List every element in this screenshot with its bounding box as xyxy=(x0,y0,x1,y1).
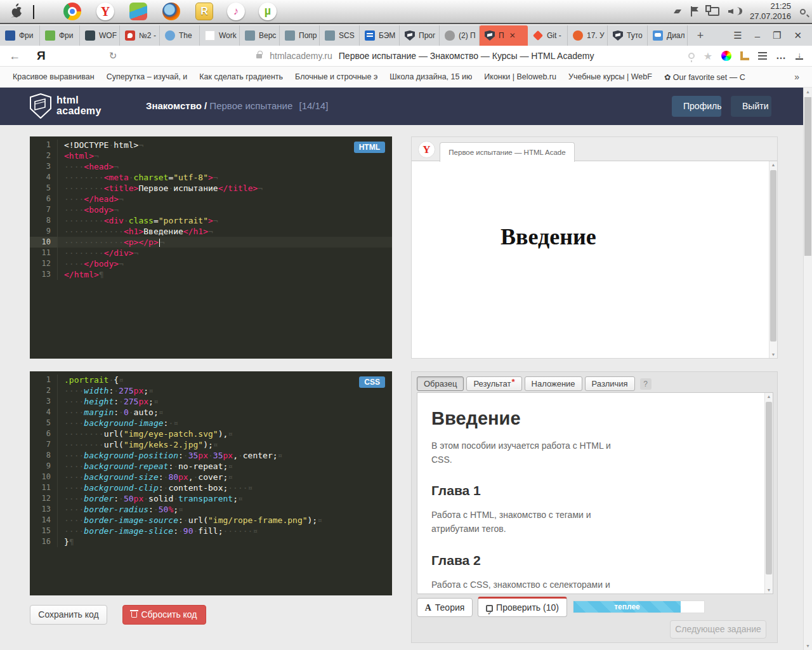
scroll-down-icon[interactable]: ▼ xyxy=(765,588,773,592)
code-line[interactable]: 9············<h1>Введение</h1>¬ xyxy=(30,226,392,237)
browser-tab[interactable]: SCS xyxy=(320,25,360,46)
code-line[interactable]: 9····background-repeat:·no-repeat;¤ xyxy=(30,461,392,472)
code-line[interactable]: 7········url("img/keks-2.jpg");¤ xyxy=(30,439,392,450)
r-app-icon[interactable]: R xyxy=(195,3,213,20)
code-line[interactable]: 13</html>¶ xyxy=(30,269,392,280)
reload-icon[interactable]: ↻ xyxy=(109,50,117,62)
bookmark-item[interactable]: Суперутка – изучай, и xyxy=(107,72,188,81)
code-line[interactable]: 8········<div·class="portrait">¬ xyxy=(30,215,392,226)
code-line[interactable]: 15····border-image-slice:·90·fill;······… xyxy=(30,526,392,536)
bookmark-item[interactable]: Иконки | Beloweb.ru xyxy=(484,72,556,81)
code-line[interactable]: 3····<head>¬ xyxy=(30,161,392,172)
code-text[interactable]: ····</body>¬ xyxy=(58,258,124,269)
scroll-up-icon[interactable]: ▲ xyxy=(769,162,777,167)
code-text[interactable]: ····<head>¬ xyxy=(58,161,119,172)
code-text[interactable]: ············<h1>Введение</h1>¬ xyxy=(58,226,213,237)
code-text[interactable]: ········</div>¬ xyxy=(58,248,138,258)
scroll-up-icon[interactable]: ▲ xyxy=(804,90,812,94)
code-line[interactable]: 10············<p></p>¬ xyxy=(30,237,392,248)
sample-tab-наложение[interactable]: Наложение xyxy=(525,376,582,391)
code-line[interactable]: 16}¶ xyxy=(30,536,392,547)
sample-scrollbar[interactable]: ▲ ▼ xyxy=(764,393,773,594)
code-text[interactable]: </html>¶ xyxy=(58,269,104,280)
new-tab-button[interactable]: + xyxy=(688,25,713,46)
code-text[interactable]: ····height:·275px;¤ xyxy=(58,396,159,407)
code-text[interactable]: ····background-clip:·content-box;····¤ xyxy=(58,482,252,493)
browser-tab[interactable]: Верс xyxy=(240,25,280,46)
browser-tab[interactable]: WOF xyxy=(80,25,120,46)
scroll-down-icon[interactable]: ▼ xyxy=(804,644,812,648)
turbo-bulb-icon[interactable] xyxy=(688,53,695,59)
search-icon[interactable] xyxy=(800,9,806,15)
yandex-browser-icon[interactable]: Y xyxy=(96,3,114,20)
code-text[interactable]: ····</head>¬ xyxy=(58,194,124,204)
profile-button[interactable]: Профиль xyxy=(672,96,721,117)
code-line[interactable]: 5········<title>Первое·испытание</title>… xyxy=(30,183,392,194)
save-code-button[interactable]: Сохранить код xyxy=(30,605,107,625)
keyboard-layout-flag-icon[interactable] xyxy=(690,6,699,17)
theory-button[interactable]: АТеория xyxy=(417,598,473,617)
itunes-icon[interactable]: ♪ xyxy=(227,3,245,20)
code-text[interactable]: <!DOCTYPE·html>¬ xyxy=(58,140,143,150)
browser-tab[interactable]: Туто xyxy=(608,25,648,46)
code-line[interactable]: 1.portrait·{¤ xyxy=(30,375,392,385)
tab-close-icon[interactable]: ✕ xyxy=(509,31,516,40)
code-line[interactable]: 2····width:·275px;¤ xyxy=(30,385,392,396)
bookmark-item[interactable]: Как сделать градиенть xyxy=(199,72,283,81)
code-text[interactable]: ········<title>Первое·испытание</title>¬ xyxy=(58,183,263,194)
browser-tab[interactable]: Фри xyxy=(40,25,80,46)
sample-tab-различия[interactable]: Различия xyxy=(585,376,635,391)
preview-scrollbar[interactable]: ▲ ▼ xyxy=(769,161,777,358)
preview-browser-tab[interactable]: Первое испытание — HTML Acade xyxy=(440,142,575,162)
code-text[interactable]: ····background-repeat:·no-repeat;¤ xyxy=(58,461,233,472)
window-close-icon[interactable]: ✕ xyxy=(794,30,802,41)
html-editor-lines[interactable]: 1<!DOCTYPE·html>¬2<html>¬3····<head>¬4··… xyxy=(30,136,392,280)
page-scrollbar[interactable]: ▲ ▼ xyxy=(803,88,812,650)
code-line[interactable]: 2<html>¬ xyxy=(30,150,392,161)
code-text[interactable]: ············<p></p>¬ xyxy=(58,237,165,248)
apple-menu-icon[interactable] xyxy=(10,3,28,20)
browser-tab-active[interactable]: П✕ xyxy=(480,25,528,46)
bookmark-item[interactable]: Учебные курсы | WebF xyxy=(568,72,652,81)
volume-icon[interactable] xyxy=(728,6,741,17)
bookmark-item[interactable]: Красивое выравниван xyxy=(13,72,95,81)
code-line[interactable]: 14····border-image-source:·url("img/rope… xyxy=(30,515,392,526)
check-button[interactable]: Проверить (10) xyxy=(478,597,567,617)
code-text[interactable]: ····background-image:·¤ xyxy=(58,418,178,428)
browser-menu-icon[interactable]: ☰ xyxy=(733,30,742,41)
code-line[interactable]: 12····</body>¬ xyxy=(30,258,392,269)
colorpicker-extension-icon[interactable] xyxy=(721,51,731,61)
code-text[interactable]: ········<meta·charset="utf-8">¬ xyxy=(58,172,218,183)
firefox-icon[interactable] xyxy=(162,3,180,20)
scroll-up-icon[interactable]: ▲ xyxy=(765,394,773,399)
bookmark-item[interactable]: Блочные и строчные э xyxy=(295,72,377,81)
browser-tab[interactable]: The xyxy=(160,25,200,46)
code-text[interactable]: }¶ xyxy=(58,536,74,547)
url-page-title[interactable]: Первое испытание — Знакомство — Курсы — … xyxy=(339,51,594,61)
code-text[interactable]: ····background-size:·80px,·cover;¤ xyxy=(58,472,233,482)
htmlacademy-logo[interactable]: html academy xyxy=(30,93,102,119)
browser-tab[interactable]: БЭМ xyxy=(360,25,400,46)
css-code-editor[interactable]: CSS 1.portrait·{¤2····width:·275px;¤3···… xyxy=(30,371,392,595)
bookmark-item[interactable]: ✿ Our favorite set — C xyxy=(664,72,745,82)
scroll-thumb[interactable] xyxy=(770,170,776,342)
bluestacks-icon[interactable] xyxy=(129,3,147,20)
browser-tab[interactable]: Попр xyxy=(280,25,320,46)
code-text[interactable]: ····background-position:·35px·35px,·cent… xyxy=(58,450,282,461)
browser-tab[interactable]: Диал xyxy=(648,25,688,46)
help-button[interactable]: ? xyxy=(640,378,652,390)
code-text[interactable]: <html>¬ xyxy=(58,150,99,161)
ruler-extension-icon[interactable] xyxy=(740,51,749,60)
more-extensions-icon[interactable]: … xyxy=(776,50,787,62)
scroll-thumb[interactable] xyxy=(804,97,811,256)
browser-tab[interactable]: Фри xyxy=(0,25,40,46)
yandex-logo[interactable]: Я xyxy=(37,49,46,63)
bookmark-star-icon[interactable]: ★ xyxy=(704,50,712,62)
code-line[interactable]: 5····background-image:·¤ xyxy=(30,418,392,428)
code-line[interactable]: 4········<meta·charset="utf-8">¬ xyxy=(30,172,392,183)
code-text[interactable]: ····border:·50px·solid·transparent;¤ xyxy=(58,493,243,504)
list-extension-icon[interactable] xyxy=(758,52,767,60)
code-text[interactable]: ····border-image-slice:·90·fill;······¤ xyxy=(58,526,258,536)
utorrent-icon[interactable]: µ xyxy=(259,3,277,20)
code-line[interactable]: 4····margin:·0·auto;¤ xyxy=(30,407,392,418)
